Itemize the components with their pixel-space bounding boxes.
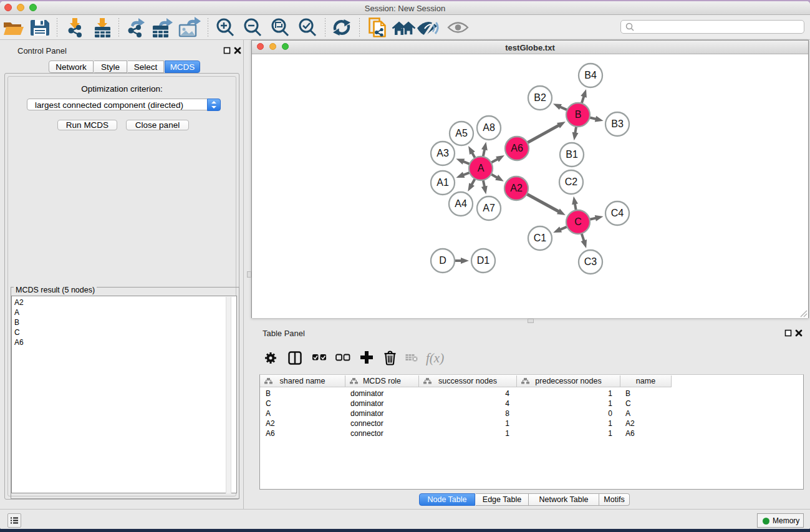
svg-text:B2: B2 [534,92,546,103]
svg-text:C: C [574,216,582,227]
svg-text:B3: B3 [611,118,624,129]
svg-text:C3: C3 [584,256,597,267]
svg-text:B4: B4 [584,70,597,80]
svg-text:A4: A4 [455,198,467,209]
svg-text:A8: A8 [483,122,495,133]
svg-text:A: A [478,163,485,173]
svg-text:D: D [439,255,446,266]
svg-text:C1: C1 [534,233,547,243]
svg-text:A6: A6 [511,143,523,153]
svg-text:C4: C4 [611,208,624,218]
svg-text:D1: D1 [477,255,490,266]
svg-text:A7: A7 [483,203,495,213]
svg-text:C2: C2 [565,177,578,187]
svg-text:A3: A3 [436,148,449,158]
svg-text:B1: B1 [566,149,578,160]
svg-text:f(x): f(x) [426,351,444,365]
svg-text:A5: A5 [455,128,468,138]
svg-text:A2: A2 [510,183,523,193]
svg-text:A1: A1 [436,177,449,188]
svg-text:B: B [575,109,582,120]
